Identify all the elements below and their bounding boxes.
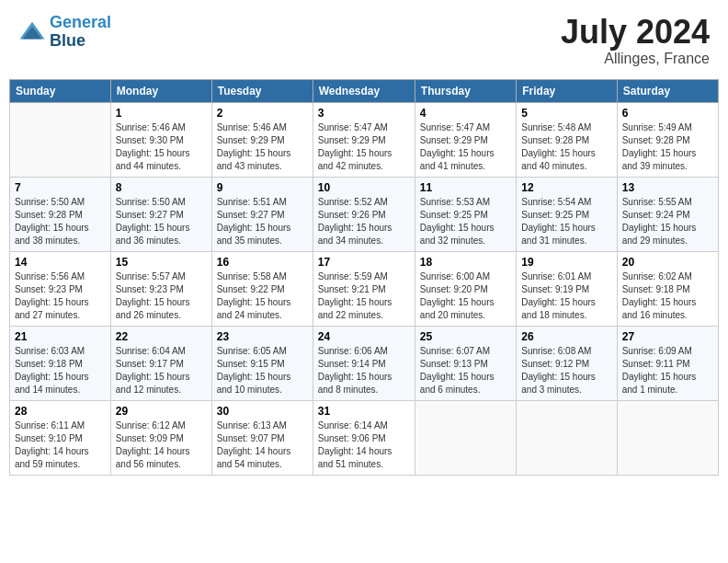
calendar-cell: 31Sunrise: 6:14 AM Sunset: 9:06 PM Dayli…: [313, 400, 415, 475]
day-number: 4: [420, 107, 511, 120]
calendar-header-row: SundayMondayTuesdayWednesdayThursdayFrid…: [10, 79, 719, 102]
day-number: 22: [116, 330, 207, 343]
calendar-cell: 18Sunrise: 6:00 AM Sunset: 9:20 PM Dayli…: [415, 251, 516, 326]
calendar-cell: 4Sunrise: 5:47 AM Sunset: 9:29 PM Daylig…: [415, 102, 516, 177]
day-info: Sunrise: 6:05 AM Sunset: 9:15 PM Dayligh…: [217, 345, 308, 396]
location-subtitle: Allinges, France: [561, 51, 710, 67]
day-info: Sunrise: 6:07 AM Sunset: 9:13 PM Dayligh…: [420, 345, 511, 396]
calendar-cell: 10Sunrise: 5:52 AM Sunset: 9:26 PM Dayli…: [313, 177, 415, 251]
day-info: Sunrise: 5:50 AM Sunset: 9:28 PM Dayligh…: [15, 196, 106, 247]
day-info: Sunrise: 5:57 AM Sunset: 9:23 PM Dayligh…: [116, 270, 207, 322]
weekday-header-wednesday: Wednesday: [313, 79, 415, 102]
day-number: 1: [116, 107, 207, 120]
day-number: 21: [15, 330, 106, 343]
day-info: Sunrise: 6:14 AM Sunset: 9:06 PM Dayligh…: [318, 419, 410, 471]
calendar-cell: [517, 400, 617, 475]
day-info: Sunrise: 5:50 AM Sunset: 9:27 PM Dayligh…: [116, 196, 207, 247]
day-number: 26: [521, 330, 611, 343]
day-number: 20: [622, 256, 713, 269]
day-number: 13: [622, 181, 713, 194]
weekday-header-thursday: Thursday: [415, 79, 516, 102]
day-info: Sunrise: 5:59 AM Sunset: 9:21 PM Dayligh…: [318, 270, 410, 322]
calendar-cell: 14Sunrise: 5:56 AM Sunset: 9:23 PM Dayli…: [10, 251, 111, 326]
day-number: 23: [217, 330, 308, 343]
day-number: 28: [15, 405, 106, 418]
calendar-cell: 11Sunrise: 5:53 AM Sunset: 9:25 PM Dayli…: [415, 177, 516, 251]
day-number: 19: [521, 256, 611, 269]
weekday-header-saturday: Saturday: [617, 79, 718, 102]
title-block: July 2024 Allinges, France: [561, 14, 710, 67]
calendar-cell: 7Sunrise: 5:50 AM Sunset: 9:28 PM Daylig…: [10, 177, 111, 251]
day-number: 12: [521, 181, 611, 194]
day-number: 16: [217, 256, 308, 269]
calendar-cell: 26Sunrise: 6:08 AM Sunset: 9:12 PM Dayli…: [517, 326, 617, 400]
day-info: Sunrise: 5:46 AM Sunset: 9:29 PM Dayligh…: [217, 121, 308, 173]
day-info: Sunrise: 6:00 AM Sunset: 9:20 PM Dayligh…: [420, 270, 511, 322]
day-number: 7: [15, 181, 106, 194]
calendar-cell: 3Sunrise: 5:47 AM Sunset: 9:29 PM Daylig…: [313, 102, 415, 177]
day-number: 8: [116, 181, 207, 194]
calendar-cell: 15Sunrise: 5:57 AM Sunset: 9:23 PM Dayli…: [110, 251, 211, 326]
calendar-cell: 25Sunrise: 6:07 AM Sunset: 9:13 PM Dayli…: [415, 326, 516, 400]
calendar-cell: 27Sunrise: 6:09 AM Sunset: 9:11 PM Dayli…: [617, 326, 718, 400]
day-number: 6: [622, 107, 713, 120]
day-number: 29: [116, 405, 207, 418]
day-number: 11: [420, 181, 511, 194]
calendar-week-row: 28Sunrise: 6:11 AM Sunset: 9:10 PM Dayli…: [10, 400, 719, 475]
calendar-cell: 22Sunrise: 6:04 AM Sunset: 9:17 PM Dayli…: [110, 326, 211, 400]
day-number: 5: [521, 107, 611, 120]
calendar-table: SundayMondayTuesdayWednesdayThursdayFrid…: [9, 79, 719, 476]
day-info: Sunrise: 5:47 AM Sunset: 9:29 PM Dayligh…: [420, 121, 511, 173]
day-info: Sunrise: 6:02 AM Sunset: 9:18 PM Dayligh…: [622, 270, 713, 322]
weekday-header-friday: Friday: [517, 79, 617, 102]
page-header: General Blue July 2024 Allinges, France: [9, 9, 719, 72]
day-info: Sunrise: 6:04 AM Sunset: 9:17 PM Dayligh…: [116, 345, 207, 396]
calendar-week-row: 14Sunrise: 5:56 AM Sunset: 9:23 PM Dayli…: [10, 251, 719, 326]
day-info: Sunrise: 6:12 AM Sunset: 9:09 PM Dayligh…: [116, 419, 207, 471]
day-number: 27: [622, 330, 713, 343]
calendar-week-row: 7Sunrise: 5:50 AM Sunset: 9:28 PM Daylig…: [10, 177, 719, 251]
calendar-cell: 21Sunrise: 6:03 AM Sunset: 9:18 PM Dayli…: [10, 326, 111, 400]
calendar-cell: 16Sunrise: 5:58 AM Sunset: 9:22 PM Dayli…: [211, 251, 313, 326]
day-number: 10: [318, 181, 410, 194]
day-info: Sunrise: 6:13 AM Sunset: 9:07 PM Dayligh…: [217, 419, 308, 471]
calendar-cell: 8Sunrise: 5:50 AM Sunset: 9:27 PM Daylig…: [110, 177, 211, 251]
calendar-cell: 9Sunrise: 5:51 AM Sunset: 9:27 PM Daylig…: [211, 177, 313, 251]
day-info: Sunrise: 6:09 AM Sunset: 9:11 PM Dayligh…: [622, 345, 713, 396]
day-info: Sunrise: 5:54 AM Sunset: 9:25 PM Dayligh…: [521, 196, 611, 247]
calendar-cell: 12Sunrise: 5:54 AM Sunset: 9:25 PM Dayli…: [517, 177, 617, 251]
calendar-cell: [10, 102, 111, 177]
day-info: Sunrise: 5:56 AM Sunset: 9:23 PM Dayligh…: [15, 270, 106, 322]
calendar-cell: [415, 400, 516, 475]
calendar-week-row: 1Sunrise: 5:46 AM Sunset: 9:30 PM Daylig…: [10, 102, 719, 177]
day-number: 9: [217, 181, 308, 194]
day-number: 14: [15, 256, 106, 269]
day-number: 25: [420, 330, 511, 343]
weekday-header-sunday: Sunday: [10, 79, 111, 102]
calendar-cell: 1Sunrise: 5:46 AM Sunset: 9:30 PM Daylig…: [110, 102, 211, 177]
day-number: 3: [318, 107, 410, 120]
day-info: Sunrise: 6:08 AM Sunset: 9:12 PM Dayligh…: [521, 345, 611, 396]
day-number: 17: [318, 256, 410, 269]
calendar-cell: 29Sunrise: 6:12 AM Sunset: 9:09 PM Dayli…: [110, 400, 211, 475]
calendar-cell: 19Sunrise: 6:01 AM Sunset: 9:19 PM Dayli…: [517, 251, 617, 326]
logo: General Blue: [18, 14, 111, 51]
logo-text: General Blue: [50, 14, 111, 51]
calendar-cell: 20Sunrise: 6:02 AM Sunset: 9:18 PM Dayli…: [617, 251, 718, 326]
calendar-cell: 5Sunrise: 5:48 AM Sunset: 9:28 PM Daylig…: [517, 102, 617, 177]
month-year-title: July 2024: [561, 14, 710, 51]
day-number: 2: [217, 107, 308, 120]
calendar-cell: 2Sunrise: 5:46 AM Sunset: 9:29 PM Daylig…: [211, 102, 313, 177]
day-info: Sunrise: 5:51 AM Sunset: 9:27 PM Dayligh…: [217, 196, 308, 247]
day-number: 18: [420, 256, 511, 269]
day-info: Sunrise: 5:58 AM Sunset: 9:22 PM Dayligh…: [217, 270, 308, 322]
calendar-cell: 28Sunrise: 6:11 AM Sunset: 9:10 PM Dayli…: [10, 400, 111, 475]
calendar-cell: 23Sunrise: 6:05 AM Sunset: 9:15 PM Dayli…: [211, 326, 313, 400]
day-info: Sunrise: 6:03 AM Sunset: 9:18 PM Dayligh…: [15, 345, 106, 396]
day-number: 30: [217, 405, 308, 418]
calendar-cell: 24Sunrise: 6:06 AM Sunset: 9:14 PM Dayli…: [313, 326, 415, 400]
day-info: Sunrise: 6:06 AM Sunset: 9:14 PM Dayligh…: [318, 345, 410, 396]
day-info: Sunrise: 5:46 AM Sunset: 9:30 PM Dayligh…: [116, 121, 207, 173]
calendar-cell: [617, 400, 718, 475]
day-info: Sunrise: 5:48 AM Sunset: 9:28 PM Dayligh…: [521, 121, 611, 173]
